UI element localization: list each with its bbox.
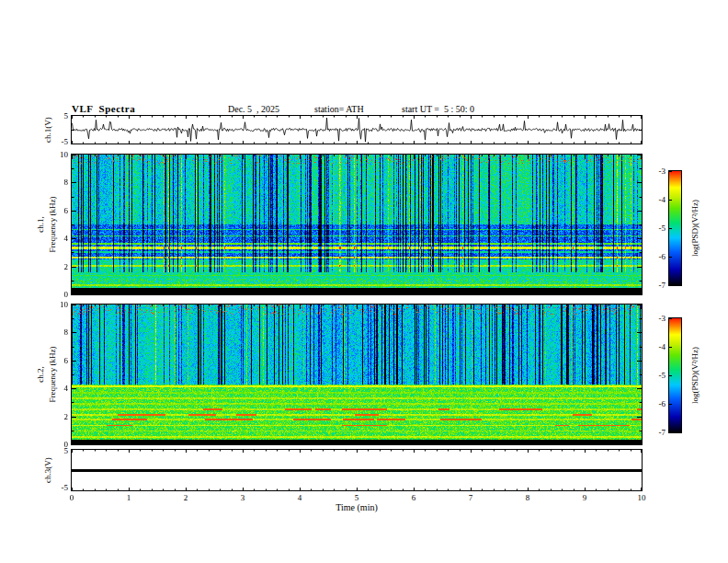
colorbar-2-tick-label: -4 (645, 342, 665, 351)
figure-title: VLF Spectra (72, 103, 135, 114)
colorbar-1-tick-label: -5 (645, 224, 665, 233)
ch3-voltage-axis-label: ch.3(V) (43, 457, 52, 483)
ch1-waveform-plot (71, 115, 643, 144)
colorbar-2-label: log(PSD)(V²/Hz) (690, 347, 700, 404)
spec2-y-tick-label: 4 (48, 384, 68, 393)
spec1-y-tick-label: 10 (48, 150, 68, 159)
x-tick-label: 6 (404, 493, 423, 502)
colorbar-2-tick-label: -7 (645, 428, 665, 437)
ch3-waveform-plot (71, 449, 643, 491)
colorbar-1-tick-label: -3 (645, 167, 665, 176)
x-tick-label: 9 (575, 493, 594, 502)
colorbar-2-tick-label: -3 (645, 314, 665, 323)
spec2-y-tick-label: 0 (48, 440, 68, 449)
ch2-channel-label: ch.2, (36, 366, 45, 383)
x-tick-label: 3 (233, 493, 252, 502)
colorbar-2-tick-label: -6 (645, 399, 665, 408)
ch2-spectrogram (71, 304, 643, 445)
x-tick-label: 5 (347, 493, 366, 502)
spec1-y-tick-label: 8 (48, 178, 68, 187)
ch1-frequency-axis-label: Frequency (kHz) (48, 196, 57, 252)
x-tick-label: 1 (119, 493, 138, 502)
ch3-wave-ymin-label: -5 (48, 483, 68, 492)
ch2-frequency-axis-label: Frequency (kHz) (48, 346, 57, 402)
header-start-ut: start UT = 5 : 50: 0 (402, 104, 474, 114)
ch1-spectrogram (71, 154, 643, 295)
x-tick-label: 10 (632, 493, 651, 502)
colorbar-2 (668, 317, 682, 433)
x-tick-label: 8 (518, 493, 537, 502)
colorbar-1-tick-label: -7 (645, 281, 665, 290)
spec1-y-tick-label: 6 (48, 206, 68, 215)
ch1-channel-label: ch.1, (36, 216, 45, 233)
spec2-y-tick-label: 2 (48, 412, 68, 421)
spec2-y-tick-label: 10 (48, 300, 68, 309)
colorbar-1-tick-label: -4 (645, 195, 665, 204)
spec1-y-tick-label: 4 (48, 234, 68, 243)
x-tick-label: 0 (63, 493, 81, 502)
colorbar-1-tick-label: -6 (645, 252, 665, 261)
x-tick-label: 7 (461, 493, 480, 502)
x-tick-label: 4 (290, 493, 309, 502)
header-station: station= ATH (314, 104, 364, 114)
spec1-y-tick-label: 2 (48, 262, 68, 271)
colorbar-1 (668, 170, 682, 286)
ch1-wave-ymax-label: 5 (48, 111, 68, 121)
spec1-y-tick-label: 0 (48, 290, 68, 299)
ch1-wave-ymin-label: -5 (48, 137, 68, 146)
header-date: Dec. 5 , 2025 (228, 104, 279, 114)
time-axis-label: Time (min) (72, 502, 642, 512)
spec2-y-tick-label: 6 (48, 356, 68, 365)
x-tick-label: 2 (176, 493, 195, 502)
colorbar-2-tick-label: -5 (645, 371, 665, 380)
colorbar-1-label: log(PSD)(V²/Hz) (690, 200, 700, 257)
vlf-spectra-figure: VLF Spectra Dec. 5 , 2025 station= ATH s… (0, 0, 728, 563)
spec2-y-tick-label: 8 (48, 327, 68, 337)
